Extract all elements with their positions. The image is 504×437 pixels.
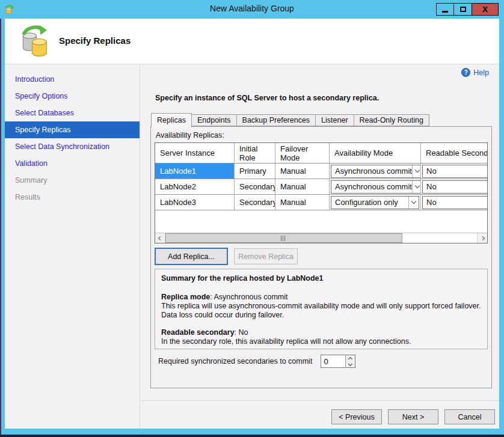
replicas-tab-panel: Availability Replicas: Server Instance I… xyxy=(150,126,492,388)
footer-divider xyxy=(141,400,499,401)
page-title: Specify Replicas xyxy=(59,35,131,46)
add-replica-button[interactable]: Add Replica... xyxy=(155,248,228,265)
required-secondaries-row: Required synchronized secondaries to com… xyxy=(158,355,355,368)
spinner-value[interactable]: 0 xyxy=(321,355,345,367)
cell-server-instance[interactable]: LabNode3 xyxy=(155,195,235,210)
column-header-availability-mode[interactable]: Availability Mode xyxy=(330,143,421,163)
readable-secondary-select[interactable]: No xyxy=(422,165,488,178)
tab-listener[interactable]: Listener xyxy=(315,114,354,126)
sidebar-item-introduction[interactable]: Introduction xyxy=(5,71,140,88)
tab-replicas[interactable]: Replicas xyxy=(151,113,192,127)
scrollbar-track[interactable] xyxy=(165,233,477,243)
cell-initial-role: Secondary xyxy=(235,179,275,194)
replica-summary-box: Summary for the replica hosted by LabNod… xyxy=(155,269,488,349)
availability-mode-select[interactable]: Asynchronous commit xyxy=(331,165,421,178)
readable-secondary-select[interactable]: No xyxy=(422,180,488,194)
scrollbar-thumb[interactable] xyxy=(165,233,402,243)
readable-secondary-value: : No xyxy=(235,328,248,337)
cancel-button[interactable]: Cancel xyxy=(444,409,495,424)
column-header-readable-secondary[interactable]: Readable Secondary xyxy=(421,143,488,163)
grid-header-row: Server Instance Initial Role Failover Mo… xyxy=(155,143,487,163)
readable-secondary-select[interactable]: No xyxy=(422,196,488,209)
replica-mode-value: : Asynchronous commit xyxy=(210,293,287,301)
table-row-labnode2[interactable]: LabNode2 Secondary Manual Asynchronous c… xyxy=(155,179,487,195)
chevron-down-icon[interactable] xyxy=(412,165,421,177)
minimize-icon xyxy=(442,11,448,13)
readable-secondary-description: In the secondary role, this availability… xyxy=(161,337,481,346)
minimize-button[interactable] xyxy=(436,3,454,16)
cell-failover-mode: Manual xyxy=(275,179,330,194)
chevron-down-icon[interactable] xyxy=(412,181,421,193)
instruction-text: Specify an instance of SQL Server to hos… xyxy=(155,94,379,102)
window-controls: X xyxy=(436,3,499,16)
column-header-server-instance[interactable]: Server Instance xyxy=(155,143,235,163)
availability-mode-select[interactable]: Configuration only xyxy=(331,196,419,209)
scroll-right-button[interactable] xyxy=(477,233,487,243)
wizard-steps-sidebar: Introduction Specify Options Select Data… xyxy=(5,65,140,429)
tab-endpoints[interactable]: Endpoints xyxy=(191,114,237,126)
readable-secondary-line: Readable secondary: No xyxy=(161,328,481,337)
cell-server-instance[interactable]: LabNode1 xyxy=(155,163,235,179)
availability-mode-value: Configuration only xyxy=(331,198,408,207)
sidebar-item-summary: Summary xyxy=(5,172,140,189)
footer-buttons: < Previous Next > Cancel xyxy=(331,409,495,424)
sidebar-item-validation[interactable]: Validation xyxy=(5,155,140,172)
column-header-initial-role[interactable]: Initial Role xyxy=(235,143,275,163)
scroll-left-button[interactable] xyxy=(155,233,165,243)
sidebar-item-specify-replicas[interactable]: Specify Replicas xyxy=(5,121,140,138)
readable-secondary-value: No xyxy=(423,198,488,207)
sidebar-item-select-databases[interactable]: Select Databases xyxy=(5,105,140,121)
chevron-left-icon xyxy=(158,236,162,240)
readable-secondary-value: No xyxy=(423,167,488,176)
chevron-down-icon[interactable] xyxy=(408,197,419,209)
readable-secondary-label: Readable secondary xyxy=(161,328,235,337)
spinner-down-button[interactable] xyxy=(346,361,355,367)
replica-mode-description: This replica will use asynchronous-commi… xyxy=(161,302,481,320)
summary-title: Summary for the replica hosted by LabNod… xyxy=(161,274,481,283)
availability-mode-value: Asynchronous commit xyxy=(331,167,412,176)
availability-mode-select[interactable]: Asynchronous commit xyxy=(331,180,421,194)
wizard-footer: < Previous Next > Cancel xyxy=(5,400,499,429)
titlebar[interactable]: New Availability Group X xyxy=(0,0,504,19)
chevron-down-icon xyxy=(348,361,352,365)
sidebar-item-specify-options[interactable]: Specify Options xyxy=(5,88,140,105)
help-label: Help xyxy=(473,69,489,77)
next-button[interactable]: Next > xyxy=(388,409,438,424)
spinner-up-button[interactable] xyxy=(346,355,355,361)
close-icon: X xyxy=(482,5,488,13)
desktop-edge-bottom xyxy=(0,435,504,437)
desktop-edge-left xyxy=(0,19,1,437)
grip-icon xyxy=(281,236,286,241)
remove-replica-button[interactable]: Remove Replica xyxy=(234,248,298,264)
sidebar-item-select-data-synchronization[interactable]: Select Data Synchronization xyxy=(5,138,140,155)
required-secondaries-label: Required synchronized secondaries to com… xyxy=(158,357,312,365)
tab-backup-preferences[interactable]: Backup Preferences xyxy=(236,114,316,126)
maximize-button[interactable] xyxy=(454,3,472,16)
availability-mode-value: Asynchronous commit xyxy=(331,182,412,191)
tab-read-only-routing[interactable]: Read-Only Routing xyxy=(354,114,429,126)
help-link[interactable]: ? Help xyxy=(461,68,489,77)
new-availability-group-window: New Availability Group X Specify Repli xyxy=(0,0,504,437)
table-row-labnode1[interactable]: LabNode1 Primary Manual Asynchronous com… xyxy=(155,163,487,179)
grid-empty-area xyxy=(155,210,487,233)
cell-initial-role: Primary xyxy=(235,163,275,179)
spinner-buttons xyxy=(345,355,355,367)
wizard-dialog: Specify Replicas Introduction Specify Op… xyxy=(5,19,499,429)
required-secondaries-spinner[interactable]: 0 xyxy=(321,355,355,368)
previous-button[interactable]: < Previous xyxy=(331,409,382,424)
horizontal-scrollbar[interactable] xyxy=(155,233,487,243)
cell-server-instance[interactable]: LabNode2 xyxy=(155,179,235,194)
close-button[interactable]: X xyxy=(472,3,499,16)
availability-replicas-grid: Server Instance Initial Role Failover Mo… xyxy=(155,142,488,243)
replica-mode-label: Replica mode xyxy=(161,293,210,301)
replica-mode-line: Replica mode: Asynchronous commit xyxy=(161,293,481,302)
availability-replicas-label: Availability Replicas: xyxy=(156,131,224,139)
cell-failover-mode: Manual xyxy=(275,195,330,210)
window-title: New Availability Group xyxy=(0,4,504,13)
cell-initial-role: Secondary xyxy=(235,195,275,210)
maximize-icon xyxy=(460,7,466,12)
readable-secondary-value: No xyxy=(423,182,488,191)
table-row-labnode3[interactable]: LabNode3 Secondary Manual Configuration … xyxy=(155,195,487,210)
column-header-failover-mode[interactable]: Failover Mode xyxy=(275,143,330,163)
wizard-header: Specify Replicas xyxy=(5,19,499,64)
